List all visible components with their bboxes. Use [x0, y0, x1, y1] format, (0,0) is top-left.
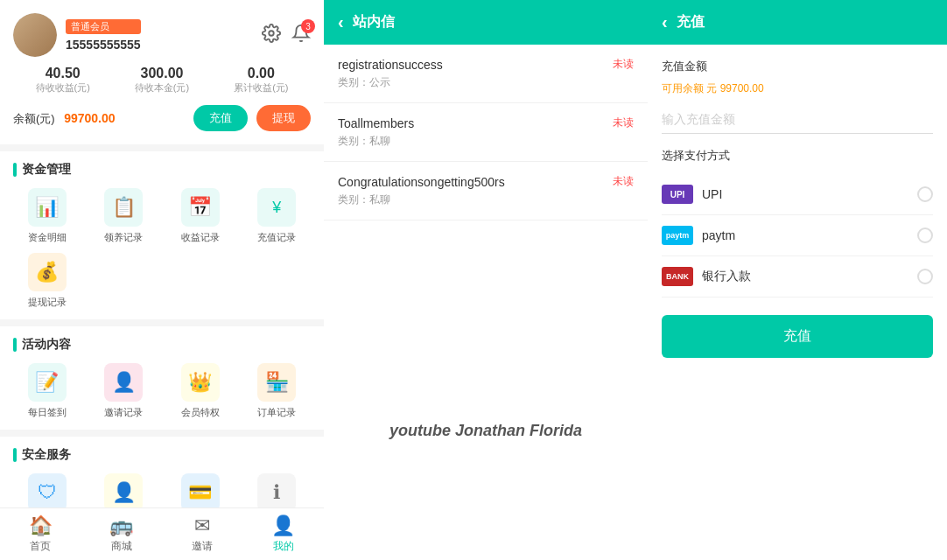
nav-shop-label: 商城	[111, 539, 132, 554]
total-income-value: 0.00	[234, 66, 288, 81]
fund-item-adopt[interactable]: 📋 领养记录	[90, 188, 158, 244]
checkin-label: 每日签到	[28, 406, 67, 419]
activity-grid: 📝 每日签到 👤 邀请记录 👑 会员特权 🏪 订单记录	[13, 363, 311, 419]
withdraw-label: 提现记录	[28, 296, 67, 309]
recharge-header-title: 充值	[677, 13, 705, 32]
user-phone: 15555555555	[66, 38, 141, 52]
recharge-content: 充值金额 可用余额 元 99700.00 选择支付方式 UPI UPI payt…	[648, 45, 947, 560]
vip-icon: 👑	[181, 363, 220, 402]
balance-row: 余额(元) 99700.00 充值 提现	[13, 105, 311, 131]
message-item-1-title: registrationsuccess	[338, 58, 443, 72]
fund-item-recharge[interactable]: ¥ 充值记录	[243, 188, 312, 244]
message-item-2[interactable]: Toallmembers 未读 类别：私聊	[324, 103, 648, 162]
nav-invite[interactable]: ✉ 邀请	[162, 508, 243, 560]
message-item-3-top: Congratulationsongetting500rs 未读	[338, 174, 634, 189]
message-item-1-top: registrationsuccess 未读	[338, 57, 634, 72]
capital-icon: 📊	[28, 188, 67, 227]
bank-logo: BANK	[662, 267, 693, 286]
paytm-logo: paytm	[662, 226, 693, 245]
message-item-3-status: 未读	[613, 174, 634, 189]
withdraw-button[interactable]: 提现	[256, 105, 311, 131]
nav-shop[interactable]: 🚌 商城	[81, 508, 163, 560]
messages-back-button[interactable]: ‹	[338, 12, 344, 32]
home-icon: 🏠	[29, 514, 53, 537]
balance-label: 余额(元)	[13, 112, 55, 125]
message-item-3-title: Congratulationsongetting500rs	[338, 175, 505, 189]
submit-recharge-button[interactable]: 充值	[662, 315, 933, 358]
notification-button[interactable]: 3	[291, 24, 311, 46]
adopt-label: 领养记录	[104, 231, 143, 244]
balance-value: 99700.00	[64, 111, 115, 125]
bank-radio[interactable]	[917, 269, 933, 284]
nav-mine[interactable]: 👤 我的	[243, 508, 325, 560]
invite-label: 邀请记录	[104, 406, 143, 419]
mine-icon: 👤	[271, 514, 295, 537]
fund-grid: 📊 资金明细 📋 领养记录 📅 收益记录 ¥ 充值记录	[13, 188, 311, 244]
amount-input[interactable]	[662, 105, 933, 134]
pending-income-label: 待收收益(元)	[36, 81, 90, 94]
security-section-title: 安全服务	[13, 447, 311, 463]
payment-bank[interactable]: BANK 银行入款	[662, 256, 933, 298]
account-security-icon: 🛡	[28, 473, 67, 512]
fund-item-withdraw[interactable]: 💰 提现记录	[13, 253, 81, 309]
activity-section-title: 活动内容	[13, 337, 311, 353]
bank-icon: 💳	[181, 473, 220, 512]
fund-item-capital[interactable]: 📊 资金明细	[13, 188, 81, 244]
paytm-radio[interactable]	[917, 228, 933, 243]
upi-logo: UPI	[662, 185, 693, 204]
upi-radio[interactable]	[917, 186, 933, 202]
realname-icon: 👤	[104, 473, 143, 512]
bank-name: 银行入款	[702, 269, 751, 284]
orders-icon: 🏪	[257, 363, 296, 402]
notification-badge: 3	[301, 19, 315, 33]
message-item-3[interactable]: Congratulationsongetting500rs 未读 类别：私聊	[324, 162, 648, 220]
activity-orders[interactable]: 🏪 订单记录	[243, 363, 312, 419]
avatar	[13, 13, 57, 57]
vip-label: 会员特权	[181, 406, 220, 419]
payment-upi-left: UPI UPI	[662, 185, 722, 204]
pending-capital-value: 300.00	[135, 66, 189, 81]
recharge-button[interactable]: 充值	[193, 105, 248, 131]
amount-label: 充值金额	[662, 59, 933, 74]
user-info: 普通会员 15555555555	[13, 13, 141, 57]
income-icon: 📅	[181, 188, 220, 227]
svg-point-0	[269, 31, 274, 36]
message-item-1[interactable]: registrationsuccess 未读 类别：公示	[324, 45, 648, 103]
fund-item-income[interactable]: 📅 收益记录	[166, 188, 235, 244]
capital-label: 资金明细	[28, 231, 67, 244]
message-item-2-title: Toallmembers	[338, 116, 414, 130]
activity-vip[interactable]: 👑 会员特权	[166, 363, 235, 419]
payment-bank-left: BANK 银行入款	[662, 267, 751, 286]
message-item-2-top: Toallmembers 未读	[338, 116, 634, 130]
pending-capital-stat: 300.00 待收本金(元)	[135, 66, 189, 94]
payment-upi[interactable]: UPI UPI	[662, 174, 933, 215]
paytm-name: paytm	[702, 228, 735, 242]
messages-panel: ‹ 站内信 registrationsuccess 未读 类别：公示 Toall…	[324, 0, 648, 560]
fund-grid-2: 💰 提现记录	[13, 253, 311, 309]
available-balance-hint: 可用余额 元 99700.00	[662, 81, 933, 96]
activity-section: 活动内容 📝 每日签到 👤 邀请记录 👑 会员特权 🏪 订单记录	[0, 326, 324, 430]
left-panel: 普通会员 15555555555 3	[0, 0, 324, 560]
contact-icon: ℹ	[257, 473, 296, 512]
activity-invite[interactable]: 👤 邀请记录	[90, 363, 158, 419]
checkin-icon: 📝	[28, 363, 67, 402]
activity-checkin[interactable]: 📝 每日签到	[13, 363, 81, 419]
settings-button[interactable]	[262, 24, 281, 46]
stats-row: 40.50 待收收益(元) 300.00 待收本金(元) 0.00 累计收益(元…	[13, 66, 311, 94]
recharge-header: ‹ 充值	[648, 0, 947, 45]
invite-icon: 👤	[104, 363, 143, 402]
member-badge: 普通会员	[66, 19, 141, 34]
user-top: 普通会员 15555555555 3	[13, 13, 311, 57]
avatar-image	[13, 13, 57, 57]
nav-home-label: 首页	[30, 539, 51, 554]
recharge-back-button[interactable]: ‹	[662, 12, 668, 32]
user-details: 普通会员 15555555555	[66, 19, 141, 52]
pending-income-value: 40.50	[36, 66, 90, 81]
payment-label: 选择支付方式	[662, 148, 933, 164]
nav-invite-label: 邀请	[192, 539, 213, 554]
withdraw-icon: 💰	[28, 253, 67, 291]
messages-list: registrationsuccess 未读 类别：公示 Toallmember…	[324, 45, 648, 303]
payment-paytm[interactable]: paytm paytm	[662, 215, 933, 256]
nav-home[interactable]: 🏠 首页	[0, 508, 81, 560]
message-item-2-category: 类别：私聊	[338, 134, 634, 149]
